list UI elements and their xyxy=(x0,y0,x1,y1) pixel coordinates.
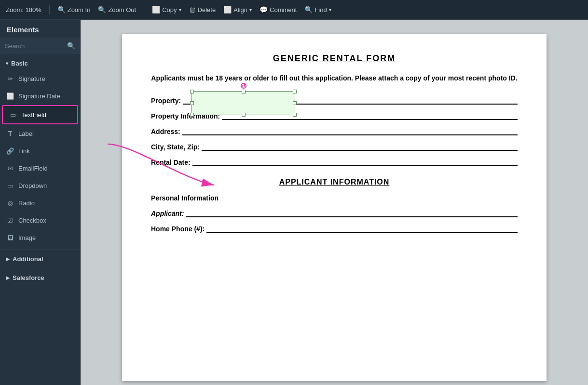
textfield-widget[interactable]: ↺ xyxy=(191,91,295,115)
sidebar-item-radio[interactable]: ◎ Radio xyxy=(0,194,80,212)
search-input[interactable] xyxy=(5,42,65,50)
applicant-field-row: Applicant: xyxy=(151,208,518,217)
find-chevron-icon: ▾ xyxy=(329,7,331,13)
personal-info-label: Personal Information xyxy=(151,194,518,202)
toolbar-divider-1 xyxy=(49,5,50,14)
sidebar: Elements 🔍 ▾ Basic ✏ Signature ⬜ Signatu… xyxy=(0,20,81,385)
basic-section-header[interactable]: ▾ Basic xyxy=(0,57,80,70)
label-icon: T xyxy=(6,129,14,138)
align-icon: ⬜ xyxy=(223,6,232,13)
sidebar-item-label: TextField xyxy=(21,111,46,119)
salesforce-section-label: Salesforce xyxy=(13,274,44,281)
resize-handle-br[interactable] xyxy=(293,113,297,117)
address-line xyxy=(182,126,518,135)
copy-icon: ⬜ xyxy=(152,6,160,13)
form-page: GENERIC RENTAL FORM Applicants must be 1… xyxy=(122,34,547,381)
calendar-icon: ⬜ xyxy=(6,92,14,100)
search-icon: 🔍 xyxy=(67,42,75,50)
trash-icon: 🗑 xyxy=(189,6,196,13)
dropdown-icon: ▭ xyxy=(6,181,14,190)
align-button[interactable]: ⬜ Align ▾ xyxy=(223,6,252,13)
copy-button[interactable]: ⬜ Copy ▾ xyxy=(152,6,181,13)
sidebar-item-textfield[interactable]: ▭ TextField xyxy=(2,105,78,124)
sidebar-item-label: Link xyxy=(18,147,30,155)
home-phone-line xyxy=(206,223,518,233)
sidebar-item-label: Label xyxy=(18,130,34,137)
sidebar-item-emailfield[interactable]: ✉ EmailField xyxy=(0,159,80,177)
comment-icon: 💬 xyxy=(260,6,268,13)
sidebar-item-signature-date[interactable]: ⬜ Signature Date xyxy=(0,87,80,105)
salesforce-section: ▶ Salesforce xyxy=(0,268,80,287)
form-subtitle: Applicants must be 18 years or older to … xyxy=(151,73,518,83)
rental-date-label: Rental Date: xyxy=(151,159,191,166)
signature-icon: ✏ xyxy=(6,74,14,83)
additional-section-label: Additional xyxy=(13,255,43,263)
applicant-info-title: APPLICANT INFORMATION xyxy=(151,178,518,186)
basic-chevron-icon: ▾ xyxy=(6,61,8,66)
find-button[interactable]: 🔍 Find ▾ xyxy=(304,6,331,13)
sidebar-item-label: EmailField xyxy=(18,165,48,172)
sidebar-item-label[interactable]: T Label xyxy=(0,125,80,142)
find-icon: 🔍 xyxy=(304,6,313,13)
resize-handle-tl[interactable] xyxy=(190,90,194,93)
resize-handle-rm[interactable] xyxy=(293,101,297,105)
address-field-row: Address: xyxy=(151,126,518,135)
link-icon: 🔗 xyxy=(6,146,14,155)
sidebar-item-label: Signature Date xyxy=(18,93,60,100)
zoom-out-button[interactable]: 🔍 Zoom Out xyxy=(98,6,136,13)
additional-chevron-icon: ▶ xyxy=(6,256,10,262)
applicant-label: Applicant: xyxy=(151,210,184,217)
toolbar-divider-2 xyxy=(144,5,144,14)
align-chevron-icon: ▾ xyxy=(249,7,252,13)
applicant-line xyxy=(186,208,518,217)
rental-date-field-row: Rental Date: xyxy=(151,157,518,166)
zoom-out-icon: 🔍 xyxy=(98,6,106,13)
sidebar-search-container: 🔍 xyxy=(0,38,80,54)
address-label: Address: xyxy=(151,128,180,135)
sidebar-item-checkbox[interactable]: ☑ Checkbox xyxy=(0,212,80,229)
sidebar-item-label: Radio xyxy=(18,199,35,207)
textfield-icon: ▭ xyxy=(9,110,17,119)
home-phone-label: Home Phone (#): xyxy=(151,225,205,233)
resize-handle-bm[interactable] xyxy=(242,113,246,117)
sidebar-item-dropdown[interactable]: ▭ Dropdown xyxy=(0,177,80,194)
resize-handle-tm[interactable] xyxy=(242,90,246,93)
email-icon: ✉ xyxy=(6,164,14,173)
sidebar-item-label: Signature xyxy=(18,75,45,82)
city-line xyxy=(202,141,518,151)
sidebar-item-label: Image xyxy=(18,234,36,241)
sidebar-item-signature[interactable]: ✏ Signature xyxy=(0,70,80,87)
toolbar: Zoom: 180% 🔍 Zoom In 🔍 Zoom Out ⬜ Copy ▾… xyxy=(0,0,588,20)
sidebar-item-label: Dropdown xyxy=(18,182,47,189)
form-title: GENERIC RENTAL FORM xyxy=(151,53,518,64)
sidebar-item-link[interactable]: 🔗 Link xyxy=(0,142,80,159)
city-field-row: City, State, Zip: xyxy=(151,141,518,151)
home-phone-field-row: Home Phone (#): xyxy=(151,223,518,233)
sidebar-item-image[interactable]: 🖼 Image xyxy=(0,229,80,246)
salesforce-chevron-icon: ▶ xyxy=(6,275,10,280)
zoom-in-icon: 🔍 xyxy=(57,6,66,13)
comment-button[interactable]: 💬 Comment xyxy=(260,6,297,13)
resize-handle-lm[interactable] xyxy=(190,101,194,105)
city-label: City, State, Zip: xyxy=(151,143,200,151)
zoom-level: Zoom: 180% xyxy=(6,6,41,13)
resize-handle-tr[interactable] xyxy=(293,90,297,93)
rotate-handle[interactable]: ↺ xyxy=(241,83,246,89)
rental-date-line xyxy=(192,157,518,166)
radio-icon: ◎ xyxy=(6,199,14,207)
checkbox-icon: ☑ xyxy=(6,216,14,225)
delete-button[interactable]: 🗑 Delete xyxy=(189,6,216,13)
copy-chevron-icon: ▾ xyxy=(179,7,181,13)
basic-section-label: Basic xyxy=(11,60,28,67)
salesforce-section-header[interactable]: ▶ Salesforce xyxy=(0,271,80,284)
main-layout: Elements 🔍 ▾ Basic ✏ Signature ⬜ Signatu… xyxy=(0,20,588,385)
zoom-in-button[interactable]: 🔍 Zoom In xyxy=(57,6,91,13)
property-field-row: Property: ↺ xyxy=(151,95,518,105)
canvas-area[interactable]: GENERIC RENTAL FORM Applicants must be 1… xyxy=(81,20,588,385)
basic-section: ▾ Basic ✏ Signature ⬜ Signature Date ▭ T… xyxy=(0,54,80,250)
resize-handle-bl[interactable] xyxy=(190,113,194,117)
sidebar-item-label: Checkbox xyxy=(18,217,46,224)
image-icon: 🖼 xyxy=(6,233,14,242)
additional-section-header[interactable]: ▶ Additional xyxy=(0,252,80,266)
additional-section: ▶ Additional xyxy=(0,250,80,268)
